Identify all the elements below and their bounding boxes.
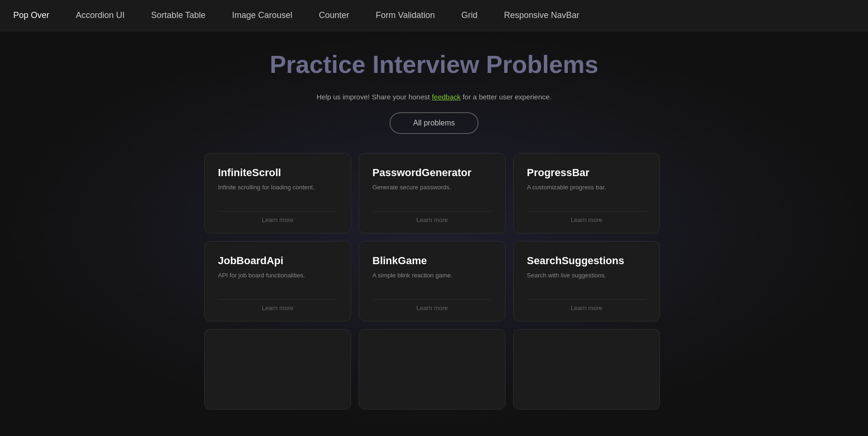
card-learn-more[interactable]: Learn more xyxy=(527,299,646,311)
card-description: Infinite scrolling for loading content. xyxy=(218,184,337,204)
card[interactable] xyxy=(204,329,351,409)
card-title: JobBoardApi xyxy=(218,255,337,267)
nav-item-image-carousel[interactable]: Image Carousel xyxy=(219,0,306,31)
card[interactable]: BlinkGame A simple blink reaction game. … xyxy=(359,241,506,321)
feedback-text: Help us improve! Share your honest feedb… xyxy=(316,93,552,101)
card-learn-more[interactable]: Learn more xyxy=(372,299,492,311)
card-title: SearchSuggestions xyxy=(527,255,646,267)
page-title: Practice Interview Problems xyxy=(270,50,598,79)
card-description: Search with live suggestions. xyxy=(527,272,646,292)
card-description: A simple blink reaction game. xyxy=(372,272,492,292)
card[interactable]: PasswordGenerator Generate secure passwo… xyxy=(359,153,506,233)
card-title: PasswordGenerator xyxy=(372,167,492,179)
nav-bar: Pop OverAccordion UISortable TableImage … xyxy=(0,0,868,31)
card[interactable]: InfiniteScroll Infinite scrolling for lo… xyxy=(204,153,351,233)
feedback-prefix: Help us improve! Share your honest xyxy=(316,93,432,101)
card[interactable] xyxy=(359,329,506,409)
card[interactable]: ProgressBar A customizable progress bar.… xyxy=(513,153,660,233)
nav-item-form-validation[interactable]: Form Validation xyxy=(362,0,448,31)
nav-item-counter[interactable]: Counter xyxy=(306,0,362,31)
card-title: InfiniteScroll xyxy=(218,167,337,179)
card[interactable] xyxy=(513,329,660,409)
nav-item-responsive-navbar[interactable]: Responsive NavBar xyxy=(491,0,593,31)
card-description: API for job board functionalities. xyxy=(218,272,337,292)
card-learn-more[interactable]: Learn more xyxy=(218,211,337,223)
card[interactable]: JobBoardApi API for job board functional… xyxy=(204,241,351,321)
nav-item-sortable-table[interactable]: Sortable Table xyxy=(138,0,219,31)
nav-item-pop-over[interactable]: Pop Over xyxy=(0,0,63,31)
card[interactable]: SearchSuggestions Search with live sugge… xyxy=(513,241,660,321)
feedback-link[interactable]: feedback xyxy=(432,93,461,101)
card-learn-more[interactable]: Learn more xyxy=(527,211,646,223)
card-title: ProgressBar xyxy=(527,167,646,179)
cards-grid: InfiniteScroll Infinite scrolling for lo… xyxy=(204,153,664,409)
card-title: BlinkGame xyxy=(372,255,492,267)
feedback-suffix: for a better user experience. xyxy=(461,93,552,101)
card-description: A customizable progress bar. xyxy=(527,184,646,204)
card-learn-more[interactable]: Learn more xyxy=(372,211,492,223)
nav-item-grid[interactable]: Grid xyxy=(448,0,491,31)
all-problems-button[interactable]: All problems xyxy=(389,112,479,134)
nav-item-accordion-ui[interactable]: Accordion UI xyxy=(63,0,138,31)
main-content: Practice Interview Problems Help us impr… xyxy=(0,31,868,428)
card-learn-more[interactable]: Learn more xyxy=(218,299,337,311)
card-description: Generate secure passwords. xyxy=(372,184,492,204)
